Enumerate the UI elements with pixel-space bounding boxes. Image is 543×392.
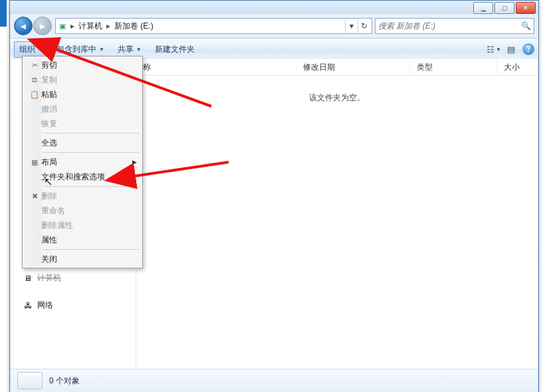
- file-list-area: 称 修改日期 类型 大小 该文件夹为空。: [136, 59, 538, 369]
- include-in-library-button[interactable]: 包含到库中 ▼: [51, 41, 110, 58]
- paste-icon: 📋: [28, 90, 41, 99]
- menu-separator: [43, 152, 140, 153]
- menu-redo[interactable]: 恢复: [24, 116, 141, 131]
- refresh-icon[interactable]: ↻: [358, 19, 370, 33]
- drive-icon: ▣: [57, 21, 68, 31]
- submenu-arrow-icon: ▶: [132, 159, 137, 165]
- menu-label: 属性: [41, 235, 57, 246]
- forward-button[interactable]: ►: [33, 17, 52, 35]
- menu-separator: [43, 186, 140, 187]
- col-name[interactable]: 称: [136, 59, 296, 75]
- close-button[interactable]: ✕: [516, 2, 536, 14]
- menu-remove-props[interactable]: 删除属性: [24, 218, 141, 233]
- breadcrumb-sep: ▸: [105, 21, 112, 31]
- menu-separator: [43, 249, 140, 250]
- chevron-down-icon: ▼: [38, 47, 43, 52]
- menu-folder-options[interactable]: 文件夹和搜索选项: [24, 169, 141, 184]
- search-input[interactable]: 搜索 新加卷 (E:) 🔍: [375, 18, 534, 34]
- chevron-down-icon: ▼: [99, 47, 104, 52]
- menu-undo[interactable]: 撤消: [24, 102, 141, 116]
- organize-button[interactable]: 组织 ▼: [14, 41, 49, 58]
- organize-menu: ✂ 剪切 ⧉ 复制 📋 粘贴 撤消 恢复 全选: [22, 56, 143, 268]
- copy-icon: ⧉: [28, 76, 41, 84]
- menu-label: 删除: [41, 191, 57, 202]
- menu-label: 布局: [41, 157, 57, 168]
- view-options-icon[interactable]: ☷ ▼: [488, 43, 500, 55]
- chevron-down-icon: ▼: [136, 47, 142, 52]
- status-drive-icon: [17, 372, 43, 389]
- menu-select-all[interactable]: 全选: [24, 136, 141, 150]
- menu-layout[interactable]: ▦ 布局 ▶: [24, 155, 141, 169]
- menu-label: 全选: [41, 138, 57, 149]
- tree-label: 网络: [37, 300, 53, 311]
- breadcrumb-computer[interactable]: 计算机: [76, 21, 105, 32]
- delete-icon: ✖: [28, 192, 41, 201]
- menu-label: 粘贴: [41, 89, 57, 100]
- address-dropdown-icon[interactable]: ▾: [345, 19, 358, 33]
- menu-label: 剪切: [41, 60, 57, 71]
- nav-buttons: ◄ ►: [14, 17, 53, 35]
- status-bar: 0 个对象: [11, 369, 538, 392]
- breadcrumb-sep: ▸: [69, 21, 76, 31]
- blue-edge-decoration: [0, 0, 7, 27]
- include-label: 包含到库中: [56, 44, 96, 55]
- col-modified[interactable]: 修改日期: [296, 59, 410, 75]
- col-size[interactable]: 大小: [497, 59, 538, 75]
- menu-label: 恢复: [41, 118, 57, 130]
- menu-paste[interactable]: 📋 粘贴: [24, 87, 141, 102]
- tree-label: 计算机: [37, 272, 61, 284]
- cut-icon: ✂: [28, 61, 41, 70]
- computer-icon: 🖥: [23, 273, 33, 284]
- help-icon[interactable]: ?: [522, 43, 534, 55]
- breadcrumb-drive[interactable]: 新加卷 (E:): [112, 21, 156, 32]
- menu-copy[interactable]: ⧉ 复制: [24, 72, 141, 87]
- empty-folder-message: 该文件夹为空。: [136, 92, 538, 104]
- tree-item-computer[interactable]: 🖥 计算机: [13, 270, 133, 286]
- menu-properties[interactable]: 属性: [24, 233, 141, 247]
- menu-close[interactable]: 关闭: [24, 252, 141, 266]
- organize-label: 组织: [19, 44, 35, 55]
- status-object-count: 0 个对象: [49, 375, 80, 387]
- col-type[interactable]: 类型: [410, 59, 497, 75]
- menu-separator: [43, 133, 140, 134]
- maximize-button[interactable]: ▢: [494, 2, 514, 14]
- menu-label: 删除属性: [41, 220, 73, 231]
- address-bar[interactable]: ▣ ▸ 计算机 ▸ 新加卷 (E:) ▾ ↻: [55, 18, 372, 34]
- title-bar: ▁ ▢ ✕: [10, 1, 538, 14]
- menu-label: 重命名: [41, 205, 65, 217]
- share-button[interactable]: 共享 ▼: [112, 41, 147, 58]
- explorer-window: ▁ ▢ ✕ ◄ ► ▣ ▸ 计算机 ▸ 新加卷 (E:) ▾ ↻ 搜索 新加卷 …: [9, 0, 539, 392]
- search-placeholder: 搜索 新加卷 (E:): [378, 21, 435, 32]
- menu-label: 复制: [41, 74, 57, 86]
- newfolder-label: 新建文件夹: [155, 44, 195, 55]
- preview-pane-icon[interactable]: ▤: [505, 43, 517, 55]
- search-icon: 🔍: [521, 21, 531, 31]
- column-headers: 称 修改日期 类型 大小: [136, 59, 538, 76]
- network-icon: 🖧: [23, 300, 33, 311]
- nav-row: ◄ ► ▣ ▸ 计算机 ▸ 新加卷 (E:) ▾ ↻ 搜索 新加卷 (E:) 🔍: [10, 14, 538, 38]
- menu-label: 关闭: [41, 254, 57, 265]
- menu-rename[interactable]: 重命名: [24, 203, 141, 218]
- menu-delete[interactable]: ✖ 删除: [24, 189, 141, 203]
- menu-cut[interactable]: ✂ 剪切: [24, 58, 141, 72]
- new-folder-button[interactable]: 新建文件夹: [150, 41, 200, 58]
- back-button[interactable]: ◄: [14, 17, 33, 35]
- menu-label: 文件夹和搜索选项: [41, 171, 105, 183]
- minimize-button[interactable]: ▁: [473, 2, 493, 14]
- menu-label: 撤消: [41, 104, 57, 115]
- share-label: 共享: [118, 44, 134, 55]
- layout-icon: ▦: [28, 158, 41, 167]
- tree-item-network[interactable]: 🖧 网络: [13, 298, 133, 313]
